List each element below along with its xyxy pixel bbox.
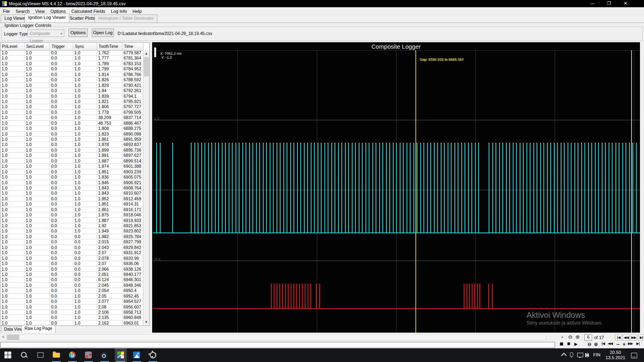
pri-level-signal-pulse (537, 143, 537, 232)
cell-trigger: 0.0 (50, 126, 73, 131)
options-button[interactable]: Options (68, 29, 88, 37)
microphone-icon[interactable] (570, 352, 573, 357)
pulse-sync-tip (571, 143, 572, 144)
pri-level-signal-pulse (568, 143, 568, 232)
file-explorer-button[interactable] (50, 348, 62, 362)
cell-toothtime: 1.875 (97, 212, 122, 218)
pulse-sync-tip (204, 143, 205, 144)
zoom-in-button[interactable]: ⊕ (592, 341, 599, 347)
steam-button[interactable] (99, 348, 111, 362)
skip-start-button[interactable]: |◀ (600, 341, 606, 346)
chrome-button[interactable] (66, 348, 78, 362)
pri-level-signal-pulse (451, 143, 452, 232)
cell-sync: 1.0 (73, 99, 97, 104)
table-row: 1.01.00.01.01.7626779.587 (0, 50, 144, 56)
pulse-sync-tip (537, 143, 537, 144)
scroll-left-icon[interactable]: < (0, 334, 7, 340)
column-header-trigger[interactable]: Trigger (50, 43, 73, 50)
cell-trigger: 0.0 (50, 191, 73, 196)
folder-icon (53, 352, 60, 359)
table-scrollbar[interactable]: ▲ ▼ (143, 50, 149, 325)
cell-toothtime: 1.789 (97, 61, 122, 66)
action-center-icon[interactable] (631, 353, 637, 358)
photos-button[interactable] (131, 348, 143, 362)
tab-scatter-plots[interactable]: Scatter Plots (66, 14, 98, 23)
volume-icon[interactable] (586, 353, 589, 357)
tab-ignition-log-viewer[interactable]: Ignition Log Viewer (25, 14, 69, 23)
scrollbar-thumb[interactable] (144, 57, 149, 76)
play-button[interactable]: ▶ (572, 341, 579, 347)
status-input[interactable] (0, 342, 555, 348)
start-button[interactable] (2, 348, 14, 362)
pulse-sync-tip (461, 143, 462, 144)
pulse-sync-tip (407, 143, 407, 144)
scroll-down-icon[interactable]: ▼ (143, 319, 149, 325)
column-header-prilevel[interactable]: PriLevel (0, 43, 25, 50)
next-page-button[interactable]: ▶▶ (630, 334, 637, 341)
expand-chevron-icon[interactable]: › (559, 334, 565, 340)
marker-cursor[interactable] (631, 50, 632, 333)
prev-page-button[interactable]: ◀◀ (623, 334, 630, 341)
cell-sync: 1.0 (73, 61, 97, 66)
cell-trigger: 0.0 (50, 132, 73, 137)
forward-button[interactable]: ▶▶ (627, 341, 634, 346)
rewind-button[interactable]: ◀◀ (607, 341, 613, 346)
scroll-up-icon[interactable]: ▲ (143, 50, 149, 57)
slower-button[interactable]: − (615, 341, 621, 347)
pri-level-signal-pulse (495, 143, 496, 232)
last-page-button[interactable]: ▶| (638, 334, 644, 341)
column-header-sync[interactable]: Sync (73, 43, 97, 50)
cell-seclevel: 1.0 (25, 250, 50, 255)
zoom-out-button[interactable]: ⊖ (586, 341, 592, 347)
column-header-seclevel[interactable]: SecLevel (25, 43, 50, 50)
pulse-sync-tip (568, 143, 568, 144)
cell-trigger: 0.0 (50, 104, 73, 109)
title-bar: MegaLogViewer MS 4.4.12 - bmw2021-04-29_… (0, 0, 644, 7)
composite-logger-plot[interactable]: Composite Logger X: 7062.2 ms Y: -1.0 1.… (152, 42, 640, 333)
close-button[interactable]: ✕ (619, 0, 632, 7)
network-icon[interactable] (577, 353, 583, 357)
trigger-signal-pulse (469, 284, 470, 308)
page-zoom-in-button[interactable]: ⊕ (574, 334, 581, 340)
stop-button[interactable]: ■ (558, 341, 564, 346)
minimize-button[interactable]: — (586, 0, 599, 7)
logger-type-dropdown[interactable]: Composite Logger ▾ (27, 29, 64, 37)
maximize-button[interactable]: ❐ (602, 0, 616, 7)
cell-time: 6912.459 (122, 196, 144, 202)
table-row: 1.01.00.01.01.8066797.727 (0, 104, 144, 109)
clock[interactable]: 20.50 13.5.2021 (604, 350, 627, 360)
page-number-input[interactable]: 6 (584, 334, 592, 341)
cell-time: 6893.837 (122, 142, 144, 147)
selection-cursor[interactable] (415, 50, 416, 333)
first-page-button[interactable]: |◀ (615, 334, 622, 341)
cell-time: 6960.848 (122, 315, 144, 320)
page-zoom-out-button[interactable]: ⊖ (567, 334, 574, 340)
cell-prilevel: 1.0 (0, 121, 25, 126)
pri-level-signal-pulse (252, 143, 253, 232)
cell-seclevel: 1.0 (25, 72, 50, 77)
cell-trigger: 0.0 (50, 245, 73, 250)
pulse-sync-tip (574, 143, 575, 144)
pulse-sync-tip (229, 143, 229, 144)
skip-end-button[interactable]: ▶| (635, 341, 641, 346)
language-indicator[interactable]: FIN (593, 352, 601, 357)
cell-time: 6906.921 (122, 180, 144, 185)
splitter-grip[interactable] (154, 47, 156, 57)
pulse-sync-tip (215, 143, 216, 144)
pulse-sync-tip (345, 143, 346, 144)
task-view-button[interactable] (34, 348, 46, 362)
taskbar-search-button[interactable] (18, 348, 30, 362)
column-header-toothtime[interactable]: ToothTime (97, 43, 122, 50)
column-header-time[interactable]: Time (122, 43, 144, 50)
settings-button[interactable] (147, 348, 159, 362)
tab-raw-log-page[interactable]: Raw Log Page (21, 325, 56, 333)
media-app-button[interactable] (83, 348, 95, 362)
horizontal-scrollbar[interactable] (0, 334, 546, 340)
tray-chevron-icon[interactable] (562, 354, 566, 358)
megalogviewer-button[interactable] (115, 348, 127, 362)
pause-button[interactable]: ▮▮ (565, 341, 572, 346)
open-log-button[interactable]: Open Log (92, 29, 114, 37)
hscrollbar-thumb[interactable] (7, 335, 19, 340)
faster-button[interactable]: + (621, 341, 627, 347)
cell-seclevel: 1.0 (25, 283, 50, 288)
